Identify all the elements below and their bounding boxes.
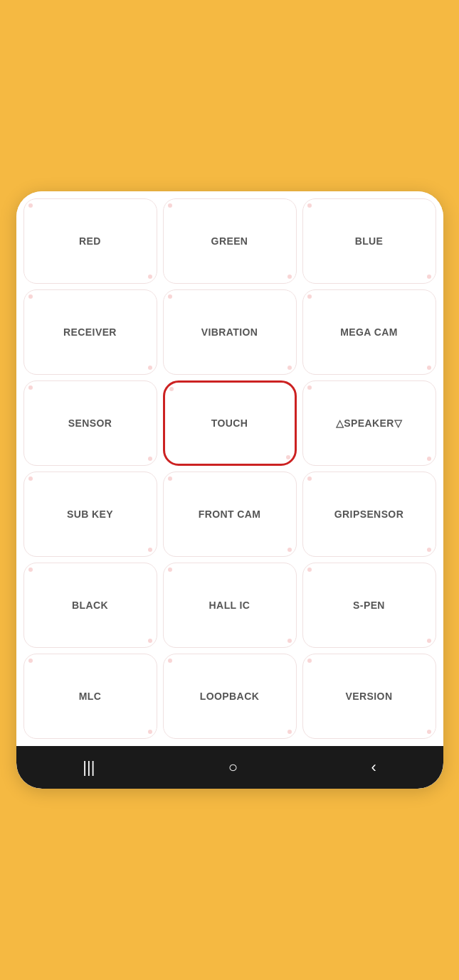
cell-label-loopback: LOOPBACK (200, 691, 259, 702)
cell-speaker[interactable]: △SPEAKER▽ (302, 380, 436, 466)
cell-label-mega-cam: MEGA CAM (340, 326, 397, 338)
cell-label-hall-ic: HALL IC (209, 600, 250, 611)
cell-label-red: RED (79, 235, 101, 247)
cell-label-black: BLACK (72, 600, 108, 611)
cell-label-mlc: MLC (79, 691, 102, 702)
grid-area: REDGREENBLUERECEIVERVIBRATIONMEGA CAMSEN… (16, 191, 443, 746)
menu-icon[interactable]: ||| (68, 752, 109, 782)
cell-label-speaker: △SPEAKER▽ (336, 417, 402, 429)
cell-sub-key[interactable]: SUB KEY (23, 472, 157, 557)
cell-label-touch: TOUCH (211, 417, 248, 429)
cell-hall-ic[interactable]: HALL IC (163, 563, 297, 648)
cell-touch[interactable]: TOUCH (163, 380, 297, 466)
cell-label-receiver: RECEIVER (63, 326, 117, 338)
cell-red[interactable]: RED (23, 198, 157, 284)
back-icon[interactable]: ‹ (357, 752, 390, 782)
button-grid: REDGREENBLUERECEIVERVIBRATIONMEGA CAMSEN… (23, 198, 436, 739)
home-icon[interactable]: ○ (214, 752, 252, 782)
cell-label-sub-key: SUB KEY (67, 508, 113, 520)
cell-front-cam[interactable]: FRONT CAM (163, 472, 297, 557)
cell-label-version: VERSION (346, 691, 393, 702)
cell-mega-cam[interactable]: MEGA CAM (302, 289, 436, 375)
cell-label-sensor: SENSOR (68, 417, 112, 429)
cell-loopback[interactable]: LOOPBACK (163, 654, 297, 739)
cell-black[interactable]: BLACK (23, 563, 157, 648)
cell-label-green: GREEN (211, 235, 248, 247)
navigation-bar: ||| ○ ‹ (16, 746, 443, 789)
cell-vibration[interactable]: VIBRATION (163, 289, 297, 375)
cell-label-gripsensor: GRIPSENSOR (334, 508, 403, 520)
cell-blue[interactable]: BLUE (302, 198, 436, 284)
cell-label-front-cam: FRONT CAM (199, 508, 261, 520)
phone-frame: REDGREENBLUERECEIVERVIBRATIONMEGA CAMSEN… (16, 191, 443, 789)
cell-green[interactable]: GREEN (163, 198, 297, 284)
cell-gripsensor[interactable]: GRIPSENSOR (302, 472, 436, 557)
cell-receiver[interactable]: RECEIVER (23, 289, 157, 375)
cell-version[interactable]: VERSION (302, 654, 436, 739)
cell-mlc[interactable]: MLC (23, 654, 157, 739)
cell-sensor[interactable]: SENSOR (23, 380, 157, 466)
cell-label-vibration: VIBRATION (201, 326, 258, 338)
cell-label-s-pen: S-PEN (353, 600, 385, 611)
cell-s-pen[interactable]: S-PEN (302, 563, 436, 648)
cell-label-blue: BLUE (355, 235, 384, 247)
